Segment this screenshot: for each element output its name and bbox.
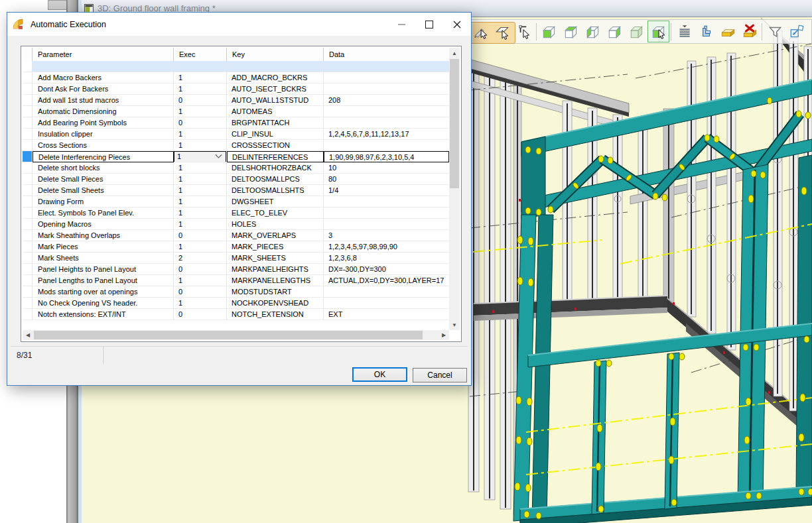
row-selector-cell[interactable] xyxy=(23,185,33,196)
data-cell[interactable] xyxy=(324,117,449,129)
exec-cell[interactable]: 0 xyxy=(174,264,227,275)
table-row[interactable]: Cross Sections1CROSSSECTION xyxy=(23,140,449,151)
table-row[interactable]: Delete Interferencing Pieces1DELINTERFER… xyxy=(23,151,449,162)
row-selector-cell[interactable] xyxy=(23,61,33,72)
row-selector-cell[interactable] xyxy=(23,253,33,264)
data-cell[interactable] xyxy=(324,207,449,219)
scroll-up-arrow[interactable]: ▲ xyxy=(449,48,460,58)
exec-cell[interactable]: 1 xyxy=(174,219,227,230)
table-row[interactable]: Delete short blocks1DELSHORTHORZBACK10 xyxy=(23,162,449,174)
parameter-cell[interactable]: Panel Heights to Panel Layout xyxy=(33,264,174,275)
exec-cell[interactable]: 2 xyxy=(174,253,227,264)
data-cell[interactable] xyxy=(324,140,449,151)
row-selector-cell[interactable] xyxy=(23,72,33,84)
exec-combobox[interactable]: 1 xyxy=(174,151,226,162)
ok-button[interactable]: OK xyxy=(352,367,407,382)
data-cell[interactable] xyxy=(324,84,449,95)
row-selector-cell[interactable] xyxy=(23,174,33,185)
exec-cell[interactable]: 1 xyxy=(174,207,227,219)
data-cell[interactable]: 1,2,4,5,6,7,8,11,12,13,17 xyxy=(324,129,449,140)
key-cell[interactable]: NOCHKOPENVSHEAD xyxy=(227,298,324,309)
parameter-cell[interactable]: Cross Sections xyxy=(33,140,174,151)
parameter-cell[interactable]: Delete Small Sheets xyxy=(33,185,174,196)
row-selector-cell[interactable] xyxy=(23,309,33,320)
key-cell[interactable]: MODSTUDSTART xyxy=(227,286,324,298)
parameter-cell[interactable]: Opening Macros xyxy=(33,219,174,230)
row-selector-cell[interactable] xyxy=(23,140,33,151)
select-pieces-icon[interactable] xyxy=(469,21,491,42)
row-selector-cell[interactable] xyxy=(23,230,33,241)
key-cell[interactable]: DELSHORTHORZBACK xyxy=(227,162,324,174)
exec-cell[interactable]: 1 xyxy=(174,72,227,84)
key-cell[interactable]: AUTOMEAS xyxy=(227,106,324,117)
profile-tool-icon[interactable] xyxy=(695,21,716,42)
data-cell[interactable]: 10 xyxy=(324,162,449,174)
data-cell[interactable]: 208 xyxy=(324,95,449,106)
table-row[interactable]: Automatic Dimensioning1AUTOMEAS xyxy=(23,106,449,117)
exec-cell[interactable]: 1 xyxy=(174,162,227,174)
table-row[interactable]: Mark Sheets2MARK_SHEETS1,2,3,6,8 xyxy=(23,253,449,264)
parameter-cell[interactable]: Automatic Dimensioning xyxy=(33,106,174,117)
data-cell[interactable] xyxy=(324,72,449,84)
exec-cell[interactable]: 1 xyxy=(174,151,227,162)
data-cell[interactable] xyxy=(324,106,449,117)
table-row[interactable]: Add Macro Backers1ADD_MACRO_BCKRS xyxy=(23,72,449,84)
key-cell[interactable]: MARK_PIECES xyxy=(227,241,324,253)
data-cell[interactable]: 3 xyxy=(324,230,449,241)
key-cell[interactable]: ADD_MACRO_BCKRS xyxy=(227,72,324,84)
data-cell[interactable]: 1/4 xyxy=(324,185,449,196)
select-face-icon[interactable] xyxy=(491,21,513,42)
key-cell[interactable]: CLIP_INSUL xyxy=(227,129,324,140)
select-edge-icon[interactable] xyxy=(513,21,535,42)
table-row[interactable] xyxy=(23,61,449,72)
parameter-cell[interactable]: No Check Opening VS header. xyxy=(33,298,174,309)
parameter-cell[interactable]: Dont Ask For Backers xyxy=(33,84,174,95)
key-cell[interactable]: BRGPNTATTACH xyxy=(227,117,324,129)
data-cell[interactable]: 1,90,99,98,97,6,2,3,10,5,4 xyxy=(324,151,449,162)
chevron-down-icon[interactable] xyxy=(216,151,222,158)
exec-cell[interactable]: 1 xyxy=(174,84,227,95)
table-row[interactable]: Mark Pieces1MARK_PIECES1,2,3,4,5,97,98,9… xyxy=(23,241,449,253)
key-cell[interactable]: AUTO_WALL1STSTUD xyxy=(227,95,324,106)
view-top-face-icon[interactable] xyxy=(560,21,582,42)
exec-cell[interactable]: 1 xyxy=(174,174,227,185)
scroll-down-arrow[interactable]: ▼ xyxy=(449,320,460,330)
row-selector-cell[interactable] xyxy=(23,151,33,162)
key-cell[interactable]: MARKPANELHEIGHTS xyxy=(227,264,324,275)
key-cell[interactable] xyxy=(227,61,324,72)
table-row[interactable]: No Check Opening VS header.1NOCHKOPENVSH… xyxy=(23,298,449,309)
parameter-cell[interactable]: Drawing Form xyxy=(33,196,174,207)
vertical-scroll-thumb[interactable] xyxy=(450,59,459,188)
row-selector-cell[interactable] xyxy=(23,264,33,275)
data-cell[interactable] xyxy=(324,286,449,298)
table-row[interactable]: Add Bearing Point Symbols0BRGPNTATTACH xyxy=(23,117,449,129)
maximize-button[interactable] xyxy=(415,13,443,36)
data-cell[interactable] xyxy=(324,219,449,230)
column-header-parameter[interactable]: Parameter xyxy=(33,48,174,61)
table-row[interactable]: Add wall 1st stud macros0AUTO_WALL1STSTU… xyxy=(23,95,449,106)
parameter-cell[interactable] xyxy=(33,61,174,72)
key-cell[interactable]: MARKPANELLENGTHS xyxy=(227,275,324,286)
data-cell[interactable] xyxy=(324,196,449,207)
key-cell[interactable]: MARK_SHEETS xyxy=(227,253,324,264)
horizontal-scrollbar[interactable]: ◀ ▶ xyxy=(23,330,449,340)
delete-slab-icon[interactable] xyxy=(738,21,760,42)
key-cell[interactable]: ELEC_TO_ELEV xyxy=(227,207,324,219)
row-selector-cell[interactable] xyxy=(23,298,33,309)
table-row[interactable]: Elect. Symbols To Panel Elev.1ELEC_TO_EL… xyxy=(23,207,449,219)
data-cell[interactable]: DX=-300,DY=300 xyxy=(324,264,449,275)
close-button[interactable] xyxy=(443,13,471,36)
exec-cell[interactable]: 0 xyxy=(174,286,227,298)
row-selector-cell[interactable] xyxy=(23,162,33,174)
exec-cell[interactable]: 1 xyxy=(174,275,227,286)
exec-cell[interactable]: 1 xyxy=(174,196,227,207)
filter-icon[interactable] xyxy=(764,21,785,42)
parameter-cell[interactable]: Mark Pieces xyxy=(33,241,174,253)
data-cell[interactable] xyxy=(324,61,449,72)
view-left-face-icon[interactable] xyxy=(582,21,604,42)
row-selector-cell[interactable] xyxy=(23,207,33,219)
table-row[interactable]: Delete Small Sheets1DELTOOSMALLSHTS1/4 xyxy=(23,185,449,196)
data-cell[interactable]: 1,2,3,4,5,97,98,99,90 xyxy=(324,241,449,253)
view-right-face-icon[interactable] xyxy=(604,21,626,42)
horizontal-scroll-thumb[interactable] xyxy=(34,331,423,339)
